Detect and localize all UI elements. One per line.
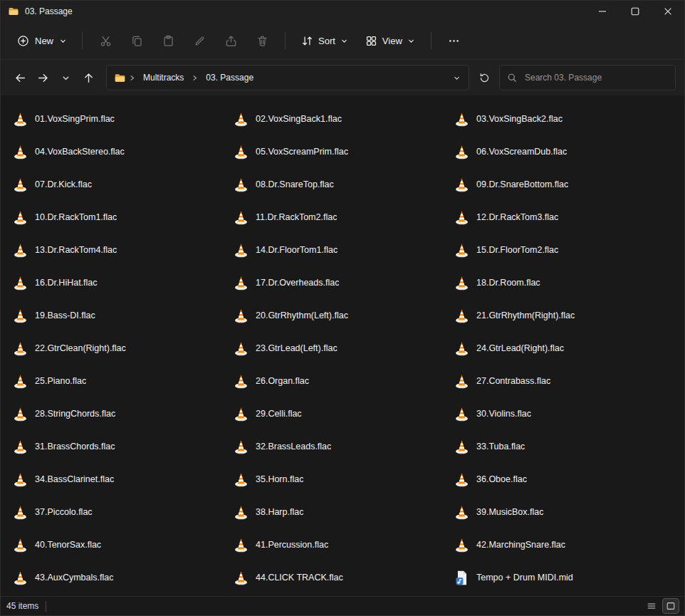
file-item[interactable]: 35.Horn.flac [227, 467, 438, 492]
new-button[interactable]: New [9, 29, 75, 53]
title-bar: 03. Passage [1, 1, 684, 22]
thumbnail-view-icon [666, 601, 676, 611]
file-item[interactable]: 01.VoxSingPrim.flac [6, 107, 217, 132]
file-item[interactable]: 13.Dr.RackTom4.flac [6, 238, 217, 263]
file-label: 41.Percussion.flac [256, 540, 328, 550]
vlc-cone-icon [233, 373, 249, 390]
file-item[interactable]: 33.Tuba.flac [448, 434, 659, 459]
toolbar-divider [431, 32, 432, 49]
copy-button[interactable] [122, 28, 151, 53]
file-item[interactable]: 04.VoxBackStereo.flac [6, 140, 217, 165]
search-input[interactable] [523, 72, 668, 83]
file-item[interactable]: 28.StringChords.flac [6, 402, 217, 427]
file-item[interactable]: 15.Dr.FloorTom2.flac [448, 238, 659, 263]
share-button[interactable] [216, 28, 245, 53]
file-item[interactable]: 32.BrassLeads.flac [227, 434, 438, 459]
sort-button-label: Sort [318, 36, 335, 46]
file-item[interactable]: 12.Dr.RackTom3.flac [448, 205, 659, 230]
vlc-cone-icon [233, 177, 249, 193]
file-item[interactable]: 23.GtrLead(Left).flac [227, 336, 438, 361]
breadcrumb-item-current[interactable]: 03. Passage [201, 69, 258, 86]
file-item[interactable]: 25.Piano.flac [6, 369, 217, 394]
new-button-label: New [35, 36, 53, 46]
file-item[interactable]: 29.Celli.flac [227, 402, 438, 427]
clipboard-icon [162, 35, 174, 47]
file-item[interactable]: 11.Dr.RackTom2.flac [227, 205, 438, 230]
vlc-cone-icon [454, 275, 470, 291]
file-item[interactable]: 03.VoxSingBack2.flac [448, 107, 659, 132]
thumbnails-view-toggle[interactable] [663, 599, 679, 613]
vlc-cone-icon [12, 504, 28, 521]
file-item[interactable]: 42.MarchingSnare.flac [448, 533, 659, 558]
vlc-cone-icon [233, 537, 249, 553]
breadcrumb-folder-icon [114, 72, 126, 84]
address-dropdown-button[interactable] [447, 68, 466, 87]
forward-button[interactable] [32, 67, 53, 88]
file-item[interactable]: 44.CLICK TRACK.flac [227, 565, 438, 590]
file-item[interactable]: 30.Violins.flac [448, 402, 659, 427]
file-grid: 01.VoxSingPrim.flac 02.VoxSingBack1.flac… [1, 95, 684, 594]
refresh-button[interactable] [473, 67, 496, 88]
rename-button[interactable] [185, 28, 214, 53]
file-item[interactable]: 20.GtrRhythm(Left).flac [227, 303, 438, 328]
breadcrumb-item-multitracks[interactable]: Multitracks [138, 69, 189, 86]
file-item[interactable]: 37.Piccolo.flac [6, 500, 217, 525]
file-item[interactable]: 43.AuxCymbals.flac [6, 565, 217, 590]
close-button[interactable] [652, 1, 684, 22]
file-item[interactable]: 40.TenorSax.flac [6, 533, 217, 558]
file-item[interactable]: 07.Dr.Kick.flac [6, 172, 217, 197]
file-label: 01.VoxSingPrim.flac [35, 114, 115, 124]
file-label: 33.Tuba.flac [476, 442, 525, 451]
back-button[interactable] [9, 67, 31, 88]
paste-button[interactable] [154, 28, 182, 53]
file-item[interactable]: 18.Dr.Room.flac [448, 271, 659, 296]
maximize-button[interactable] [619, 1, 652, 22]
file-item[interactable]: 21.GtrRhythm(Right).flac [448, 303, 659, 328]
file-item[interactable]: 36.Oboe.flac [448, 467, 659, 492]
more-options-button[interactable] [440, 28, 469, 53]
view-button[interactable]: View [358, 29, 422, 53]
recent-locations-button[interactable] [55, 67, 76, 88]
file-item[interactable]: 02.VoxSingBack1.flac [227, 107, 438, 132]
file-item[interactable]: 09.Dr.SnareBottom.flac [448, 172, 659, 197]
view-button-label: View [382, 36, 402, 46]
up-button[interactable] [78, 67, 99, 88]
file-item[interactable]: 26.Organ.flac [227, 369, 438, 394]
chevron-down-icon [407, 37, 415, 45]
file-item[interactable]: 05.VoxScreamPrim.flac [227, 140, 438, 165]
file-item[interactable]: 27.Contrabass.flac [448, 369, 659, 394]
file-item[interactable]: 24.GtrLead(Right).flac [448, 336, 659, 361]
file-item[interactable]: 16.Dr.HiHat.flac [6, 271, 217, 296]
toolbar-divider [82, 32, 83, 49]
file-item[interactable]: 39.MusicBox.flac [448, 500, 659, 525]
vlc-cone-icon [233, 340, 249, 357]
file-item[interactable]: 31.BrassChords.flac [6, 434, 217, 459]
vlc-cone-icon [454, 340, 470, 357]
file-label: 06.VoxScreamDub.flac [476, 147, 567, 157]
sort-button[interactable]: Sort [294, 29, 355, 53]
file-item[interactable]: 10.Dr.RackTom1.flac [6, 205, 217, 230]
file-list-pane[interactable]: 01.VoxSingPrim.flac 02.VoxSingBack1.flac… [1, 95, 684, 596]
vlc-cone-icon [12, 275, 28, 291]
file-item[interactable]: 19.Bass-DI.flac [6, 303, 217, 328]
file-label: 05.VoxScreamPrim.flac [256, 147, 348, 157]
file-item[interactable]: 41.Percussion.flac [227, 533, 438, 558]
file-label: 22.GtrClean(Right).flac [35, 343, 126, 353]
address-bar[interactable]: Multitracks 03. Passage [106, 65, 469, 90]
vlc-cone-icon [12, 308, 28, 324]
delete-button[interactable] [248, 28, 276, 53]
file-item[interactable]: 08.Dr.SnareTop.flac [227, 172, 438, 197]
file-label: 02.VoxSingBack1.flac [256, 114, 342, 124]
file-item[interactable]: 14.Dr.FloorTom1.flac [227, 238, 438, 263]
file-label: 36.Oboe.flac [476, 474, 527, 484]
file-label: 44.CLICK TRACK.flac [256, 573, 343, 583]
details-view-toggle[interactable] [644, 599, 659, 613]
file-item[interactable]: 06.VoxScreamDub.flac [448, 140, 659, 165]
file-item[interactable]: 17.Dr.Overheads.flac [227, 271, 438, 296]
file-item[interactable]: 22.GtrClean(Right).flac [6, 336, 217, 361]
minimize-button[interactable] [586, 1, 619, 22]
file-item[interactable]: Tempo + Drum MIDI.mid [448, 565, 659, 590]
file-item[interactable]: 34.BassClarinet.flac [6, 467, 217, 492]
file-item[interactable]: 38.Harp.flac [227, 500, 438, 525]
cut-button[interactable] [91, 28, 120, 53]
